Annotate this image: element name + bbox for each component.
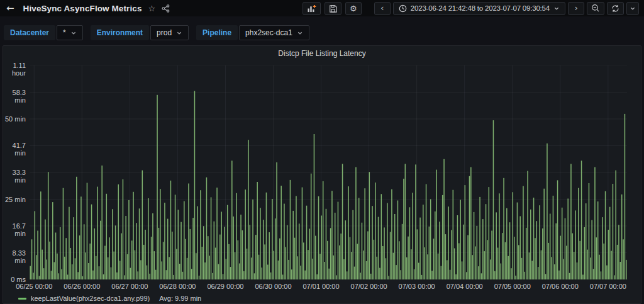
bar — [60, 227, 61, 279]
bar — [597, 201, 599, 279]
bar — [584, 227, 586, 279]
time-range-button[interactable]: 2023-06-24 21:42:48 to 2023-07-07 09:30:… — [393, 2, 565, 15]
bar — [127, 254, 128, 279]
bar — [196, 253, 197, 279]
bar — [94, 228, 96, 279]
star-button[interactable]: ☆ — [148, 4, 156, 13]
bar — [233, 217, 234, 279]
x-axis-label: 07/01 00:00 — [303, 283, 339, 290]
bar — [415, 164, 416, 279]
variable-value-dropdown[interactable]: phx2sec-dca1 — [239, 25, 309, 40]
refresh-interval-button[interactable] — [626, 2, 639, 15]
bar — [421, 275, 423, 279]
bar — [582, 274, 584, 279]
grafana-dashboard: ← HiveSync AsyncFlow Metrics ☆ — [0, 0, 644, 304]
bar — [128, 200, 130, 279]
bar — [551, 257, 552, 279]
bar — [363, 251, 364, 279]
bar — [470, 167, 472, 280]
bar — [509, 222, 511, 279]
bar — [560, 236, 562, 279]
bar — [288, 260, 289, 279]
bar — [82, 276, 84, 279]
bar — [197, 206, 198, 279]
x-axis-label: 06/28 00:00 — [159, 283, 196, 290]
settings-button[interactable]: ⚙ — [345, 2, 362, 15]
bar — [393, 253, 394, 279]
bar — [479, 197, 480, 279]
bar — [553, 196, 554, 279]
y-axis-label: 33.3 min — [3, 169, 26, 184]
bar — [109, 237, 110, 279]
y-axis-label: 8.33 min — [3, 249, 26, 264]
bar — [214, 222, 215, 279]
bar — [614, 275, 615, 279]
x-axis-label: 07/07 00:00 — [590, 283, 626, 290]
bar — [541, 251, 542, 279]
bar — [37, 231, 38, 280]
bar — [557, 180, 558, 279]
bar — [362, 223, 363, 279]
back-button[interactable]: ← — [4, 3, 17, 14]
save-button[interactable] — [325, 2, 341, 15]
bar — [333, 256, 335, 279]
bar — [496, 212, 497, 279]
bar — [275, 218, 276, 279]
bar — [163, 242, 164, 279]
bar — [133, 192, 134, 279]
y-axis-label: 25 min — [3, 196, 26, 203]
bar — [474, 212, 475, 279]
bar — [335, 213, 336, 279]
bar — [436, 170, 437, 279]
clock-icon — [399, 4, 407, 13]
x-axis-label: 07/05 00:00 — [494, 283, 531, 290]
bar — [453, 190, 454, 279]
variable-value-dropdown[interactable]: prod — [150, 25, 189, 40]
chevron-down-icon — [553, 6, 560, 11]
bar — [209, 256, 210, 279]
bar — [276, 162, 277, 279]
panel-title[interactable]: Distcp File Listing Latency — [3, 46, 641, 58]
bar — [386, 258, 387, 279]
time-back-button[interactable]: ‹ — [374, 2, 391, 15]
save-icon — [329, 4, 337, 13]
bar — [67, 274, 69, 279]
latency-chart[interactable] — [30, 65, 627, 279]
bar — [49, 242, 50, 279]
legend-item[interactable]: keepLastValue(phx2sec-dca1.any.p99) Avg:… — [18, 295, 201, 302]
variable-value-dropdown[interactable]: * — [57, 25, 83, 40]
bar — [33, 273, 34, 279]
add-panel-button[interactable] — [303, 2, 321, 15]
bar — [111, 267, 112, 279]
time-forward-button[interactable]: › — [568, 2, 584, 15]
bar — [47, 259, 48, 279]
bar — [611, 251, 612, 279]
variable-label: Environment — [91, 25, 149, 40]
bar — [339, 245, 340, 279]
share-button[interactable] — [162, 4, 170, 13]
bar — [247, 249, 248, 279]
bar — [435, 211, 436, 279]
bar — [345, 220, 347, 279]
bar — [124, 275, 125, 279]
bar — [525, 272, 526, 279]
bar — [342, 164, 343, 279]
refresh-button[interactable] — [607, 2, 624, 15]
bar — [609, 207, 611, 279]
zoom-out-button[interactable] — [587, 2, 604, 15]
bar — [397, 201, 399, 280]
bar — [312, 259, 313, 279]
bar — [439, 222, 440, 279]
bar — [352, 210, 353, 279]
bar — [267, 265, 269, 280]
bar — [115, 225, 116, 279]
bar — [230, 267, 231, 279]
bar — [529, 252, 530, 279]
bar — [77, 272, 79, 279]
bar — [493, 120, 494, 279]
bar — [257, 182, 258, 279]
bar — [191, 269, 192, 279]
bar — [101, 166, 103, 279]
bar — [354, 267, 355, 279]
bar — [497, 248, 499, 280]
